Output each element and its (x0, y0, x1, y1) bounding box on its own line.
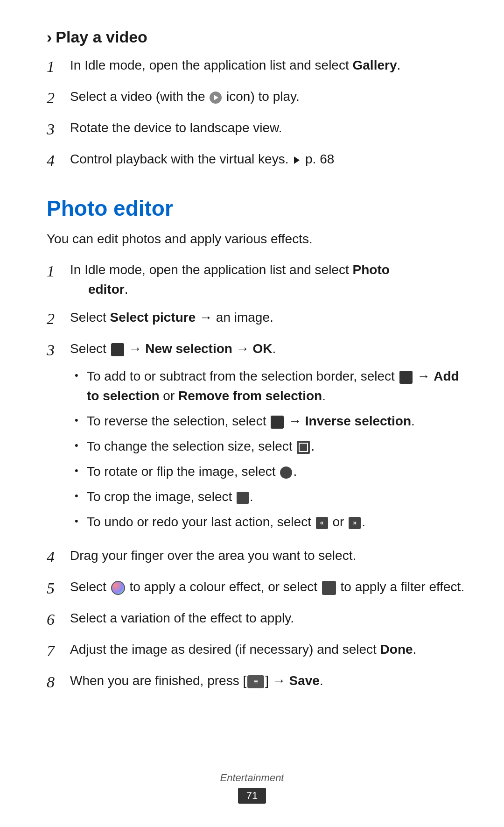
menu-key-icon (247, 675, 264, 688)
rotate-icon (280, 467, 292, 479)
footer-page-number: 71 (238, 788, 266, 804)
chevron-icon: › (47, 28, 52, 46)
selection-size-icon (297, 441, 310, 454)
bullet-5: • To crop the image, select . (75, 487, 467, 507)
bullet-6: • To undo or redo your last action, sele… (75, 512, 467, 532)
photo-editor-step-6: 6 Select a variation of the effect to ap… (47, 608, 467, 631)
redo-icon: » (349, 517, 361, 529)
play-circle-icon (210, 92, 222, 104)
play-video-step-4: 4 Control playback with the virtual keys… (47, 149, 467, 172)
arrow-right-icon (294, 156, 300, 164)
photo-editor-step-5: 5 Select to apply a colour effect, or se… (47, 577, 467, 600)
photo-editor-title: Photo editor (47, 196, 467, 221)
filter-effect-icon (322, 581, 336, 595)
bullet-3: • To change the selection size, select . (75, 437, 467, 456)
play-video-title: › Play a video (47, 28, 467, 46)
selection-icon (111, 343, 124, 356)
photo-editor-step-2: 2 Select Select picture → an image. (47, 308, 467, 331)
step-3-bullets: • To add to or subtract from the selecti… (47, 367, 467, 537)
play-video-steps: 1 In Idle mode, open the application lis… (47, 56, 467, 172)
page-footer: Entertainment 71 (0, 772, 504, 804)
footer-category: Entertainment (0, 772, 504, 784)
crop-icon (237, 492, 249, 504)
play-video-step-3: 3 Rotate the device to landscape view. (47, 118, 467, 141)
play-video-section: › Play a video 1 In Idle mode, open the … (47, 28, 467, 172)
photo-editor-steps: 1 In Idle mode, open the application lis… (47, 260, 467, 694)
selection-reverse-icon (271, 416, 284, 429)
bullet-2: • To reverse the selection, select → Inv… (75, 411, 467, 431)
selection-border-icon (399, 371, 413, 384)
photo-editor-step-8: 8 When you are finished, press [] → Save… (47, 671, 467, 694)
play-video-step-1: 1 In Idle mode, open the application lis… (47, 56, 467, 78)
photo-editor-section: Photo editor You can edit photos and app… (47, 196, 467, 694)
photo-editor-step-1: 1 In Idle mode, open the application lis… (47, 260, 467, 299)
bullet-4: • To rotate or flip the image, select . (75, 462, 467, 481)
photo-editor-step-3: 3 Select → New selection → OK. • To add … (47, 339, 467, 537)
colour-effect-icon (111, 581, 125, 595)
photo-editor-step-7: 7 Adjust the image as desired (if necess… (47, 640, 467, 663)
play-video-step-2: 2 Select a video (with the icon) to play… (47, 87, 467, 110)
bullet-1: • To add to or subtract from the selecti… (75, 367, 467, 406)
undo-icon: « (316, 517, 328, 529)
photo-editor-intro: You can edit photos and apply various ef… (47, 229, 467, 249)
photo-editor-step-4: 4 Drag your finger over the area you wan… (47, 546, 467, 569)
